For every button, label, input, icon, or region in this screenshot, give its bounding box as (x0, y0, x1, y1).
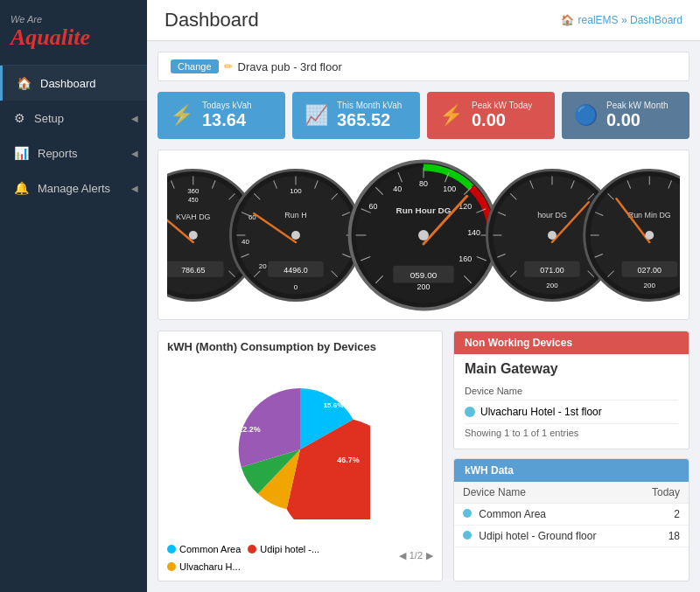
sidebar-item-setup[interactable]: ⚙ Setup ◀ (0, 101, 147, 136)
sidebar-item-alerts-label: Manage Alerts (38, 182, 110, 195)
legend-label-ulvacharu: Ulvacharu H... (179, 561, 241, 572)
legend-dot-ulvacharu (167, 562, 176, 571)
kvah-today-value: 13.64 (202, 110, 252, 130)
pie-legend: Common Area Udipi hotel -... Ulvacharu H… (167, 544, 399, 572)
next-page-icon[interactable]: ▶ (426, 550, 433, 561)
stat-card-peak-kw-month: 🔵 Peak kW Month 0.00 (562, 92, 690, 139)
reports-arrow-icon: ◀ (131, 149, 138, 158)
alerts-arrow-icon: ◀ (131, 184, 138, 193)
svg-point-75 (418, 230, 429, 240)
location-bar: Change ✏ Drava pub - 3rd floor (158, 52, 690, 81)
peak-kw-month-icon: 🔵 (574, 104, 598, 127)
kwh-body: Device Name Today Common Area (454, 482, 689, 581)
main-content: Dashboard 🏠 realEMS » DashBoard Change ✏… (147, 0, 700, 592)
sidebar-item-dashboard[interactable]: 🏠 Dashboard (0, 66, 147, 101)
svg-text:22.2%: 22.2% (238, 425, 261, 434)
pencil-icon: ✏ (224, 60, 233, 73)
prev-page-icon[interactable]: ◀ (399, 550, 406, 561)
svg-point-99 (548, 231, 556, 240)
svg-text:0: 0 (294, 283, 298, 291)
svg-text:027.00: 027.00 (638, 266, 662, 275)
kwh-col-today: Today (634, 482, 689, 504)
sidebar-item-alerts[interactable]: 🔔 Manage Alerts ◀ (0, 171, 147, 205)
logo-we-are: We Are (10, 14, 136, 24)
setup-icon: ⚙ (14, 111, 25, 125)
stat-card-todays-kvah: ⚡ Todays kVah 13.64 (158, 92, 285, 139)
svg-text:hour DG: hour DG (537, 211, 567, 219)
svg-text:Run H: Run H (284, 211, 306, 219)
gauges-svg: 360 450 270 90 KVAH DG 786.65 (167, 158, 680, 311)
nwd-device-name: Ulvacharu Hotel - 1st floor (480, 406, 602, 418)
nwd-device-row: Ulvacharu Hotel - 1st floor (465, 400, 678, 423)
nwd-col-header: Device Name (465, 382, 678, 400)
peak-kw-today-icon: ⚡ (439, 104, 463, 127)
peak-kw-month-label: Peak kW Month (606, 101, 668, 110)
svg-text:100: 100 (443, 185, 456, 193)
pie-legend-row: Common Area Udipi hotel -... Ulvacharu H… (167, 539, 433, 572)
svg-text:60: 60 (368, 202, 377, 211)
change-button[interactable]: Change (171, 59, 219, 73)
pie-svg: 15.6% 46.7% 8.5% 22.2% (230, 380, 370, 519)
svg-text:360: 360 (187, 187, 200, 195)
kwh-row-1: Common Area 2 (454, 504, 689, 526)
location-name: Drava pub - 3rd floor (238, 60, 342, 73)
breadcrumb-text: realEMS » DashBoard (578, 14, 682, 26)
home-icon: 🏠 (561, 14, 574, 26)
month-kvah-value: 365.52 (337, 110, 402, 130)
reports-icon: 📊 (14, 146, 29, 160)
kwh-device-1: Common Area (454, 504, 634, 526)
breadcrumb: 🏠 realEMS » DashBoard (561, 14, 682, 26)
month-kvah-label: This Month kVah (337, 101, 402, 110)
nwd-header: Non Working Devices (454, 331, 689, 354)
kwh-device-name-1: Common Area (479, 508, 546, 520)
kwh-today-2: 18 (634, 526, 689, 547)
svg-text:40: 40 (393, 185, 402, 193)
svg-text:40: 40 (242, 238, 249, 246)
svg-text:8.5%: 8.5% (259, 505, 275, 512)
kwh-data-panel: kWH Data Device Name Today (453, 458, 690, 582)
svg-text:071.00: 071.00 (540, 266, 564, 275)
sidebar-item-setup-label: Setup (34, 112, 64, 125)
peak-kw-month-info: Peak kW Month 0.00 (606, 101, 668, 130)
nwd-footer: Showing 1 to 1 of 1 entries (465, 423, 678, 442)
right-panels: Non Working Devices Main Gateway Device … (453, 331, 690, 582)
svg-text:140: 140 (467, 228, 480, 237)
month-kvah-icon: 📈 (304, 104, 328, 127)
sidebar-item-reports[interactable]: 📊 Reports ◀ (0, 136, 147, 171)
svg-text:786.65: 786.65 (181, 266, 205, 275)
legend-label-common: Common Area (179, 544, 241, 554)
dashboard-icon: 🏠 (17, 76, 32, 90)
page-header: Dashboard 🏠 realEMS » DashBoard (147, 0, 700, 41)
svg-text:200: 200 (644, 282, 656, 289)
kvah-today-info: Todays kVah 13.64 (202, 101, 252, 130)
kwh-header: kWH Data (454, 459, 689, 482)
legend-udipi: Udipi hotel -... (248, 544, 319, 554)
sidebar-item-reports-label: Reports (38, 147, 78, 160)
gauges-panel: 360 450 270 90 KVAH DG 786.65 (158, 150, 690, 320)
svg-text:200: 200 (417, 282, 430, 291)
logo-area: We Are Aqualite (0, 0, 147, 66)
svg-text:KVAH DG: KVAH DG (176, 212, 211, 221)
sidebar-item-dashboard-label: Dashboard (40, 77, 96, 90)
svg-point-46 (291, 231, 300, 240)
kwh-table: Device Name Today Common Area (454, 482, 689, 547)
nwd-body: Main Gateway Device Name Ulvacharu Hotel… (454, 354, 689, 449)
kvah-today-label: Todays kVah (202, 101, 252, 110)
peak-kw-today-value: 0.00 (472, 110, 532, 130)
nwd-device-dot (465, 407, 475, 417)
pie-chart-area: 15.6% 46.7% 8.5% 22.2% (167, 360, 433, 539)
svg-text:059.00: 059.00 (410, 270, 438, 280)
kwh-scroll[interactable]: Device Name Today Common Area (454, 482, 689, 547)
peak-kw-month-value: 0.00 (606, 110, 668, 130)
svg-text:4496.0: 4496.0 (284, 266, 307, 275)
non-working-devices-panel: Non Working Devices Main Gateway Device … (453, 331, 690, 449)
kwh-col-device: Device Name (454, 482, 634, 504)
legend-dot-common (167, 545, 176, 554)
kwh-row-2: Udipi hotel - Ground floor 18 (454, 526, 689, 547)
kwh-today-1: 2 (634, 504, 689, 526)
svg-text:200: 200 (546, 282, 558, 289)
kwh-device-name-2: Udipi hotel - Ground floor (479, 530, 596, 542)
legend-common-area: Common Area (167, 544, 241, 554)
svg-text:100: 100 (290, 187, 302, 195)
content-area: Change ✏ Drava pub - 3rd floor ⚡ Todays … (147, 41, 700, 592)
